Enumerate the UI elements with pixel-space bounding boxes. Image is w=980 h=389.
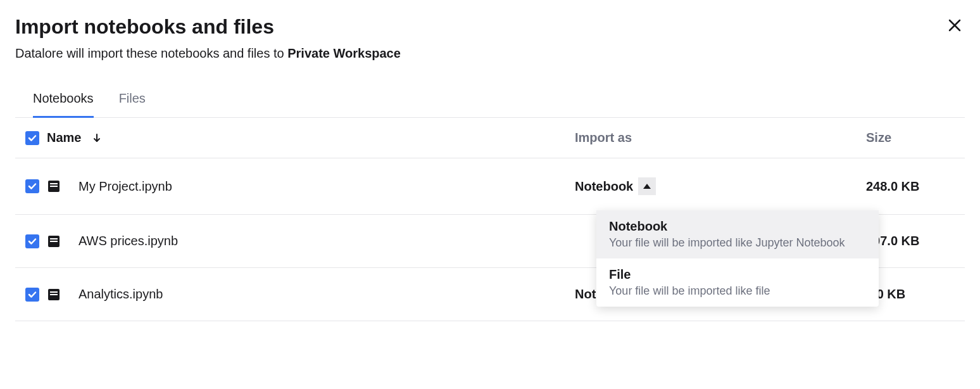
- check-icon: [28, 290, 37, 299]
- row-checkbox[interactable]: [25, 234, 39, 248]
- row-checkbox[interactable]: [25, 288, 39, 302]
- dropdown-option-desc: Your file will be imported like file: [609, 284, 866, 298]
- filename: AWS prices.ipynb: [79, 234, 178, 248]
- file-size: 248.0 KB: [866, 179, 955, 194]
- subtitle-prefix: Datalore will import these notebooks and…: [15, 46, 287, 60]
- import-as-dropdown-toggle[interactable]: [638, 177, 656, 195]
- notebook-icon: [47, 234, 61, 248]
- dropdown-option-desc: Your file will be imported like Jupyter …: [609, 236, 866, 250]
- subtitle-workspace: Private Workspace: [287, 46, 401, 60]
- svg-rect-8: [50, 238, 58, 239]
- dropdown-option-notebook[interactable]: Notebook Your file will be imported like…: [596, 210, 879, 258]
- check-icon: [28, 134, 37, 143]
- dropdown-option-file[interactable]: File Your file will be imported like fil…: [596, 258, 879, 307]
- notebook-icon: [47, 179, 61, 193]
- check-icon: [28, 237, 37, 246]
- close-icon: [947, 18, 962, 33]
- notebook-icon: [47, 288, 61, 302]
- table-row: My Project.ipynb Notebook 248.0 KB: [15, 158, 965, 215]
- filename: My Project.ipynb: [79, 179, 172, 194]
- filename: Analytics.ipynb: [79, 287, 163, 302]
- dropdown-option-title: File: [609, 267, 866, 282]
- svg-rect-11: [50, 291, 58, 293]
- dialog-title: Import notebooks and files: [15, 15, 274, 39]
- svg-rect-4: [50, 183, 58, 184]
- svg-marker-6: [643, 184, 651, 189]
- file-size: 407.0 KB: [866, 234, 955, 248]
- dropdown-option-title: Notebook: [609, 219, 866, 234]
- caret-up-icon: [643, 184, 651, 189]
- import-as-value: Notebook: [575, 179, 633, 194]
- svg-rect-9: [50, 241, 58, 242]
- dialog-subtitle: Datalore will import these notebooks and…: [15, 46, 965, 61]
- column-header-size: Size: [866, 131, 955, 145]
- tab-bar: Notebooks Files: [15, 86, 965, 118]
- column-header-name[interactable]: Name: [47, 131, 81, 145]
- svg-rect-5: [50, 186, 58, 187]
- row-checkbox[interactable]: [25, 179, 39, 193]
- select-all-checkbox[interactable]: [25, 131, 39, 145]
- file-size: 2.0 KB: [866, 287, 955, 302]
- column-header-import-as: Import as: [575, 131, 866, 145]
- close-button[interactable]: [945, 15, 965, 38]
- tab-files[interactable]: Files: [119, 86, 146, 118]
- check-icon: [28, 182, 37, 191]
- svg-rect-12: [50, 294, 58, 295]
- import-as-dropdown: Notebook Your file will be imported like…: [596, 210, 879, 307]
- tab-notebooks[interactable]: Notebooks: [33, 86, 94, 118]
- sort-arrow-down-icon: [92, 133, 101, 143]
- table-header: Name Import as Size: [15, 118, 965, 158]
